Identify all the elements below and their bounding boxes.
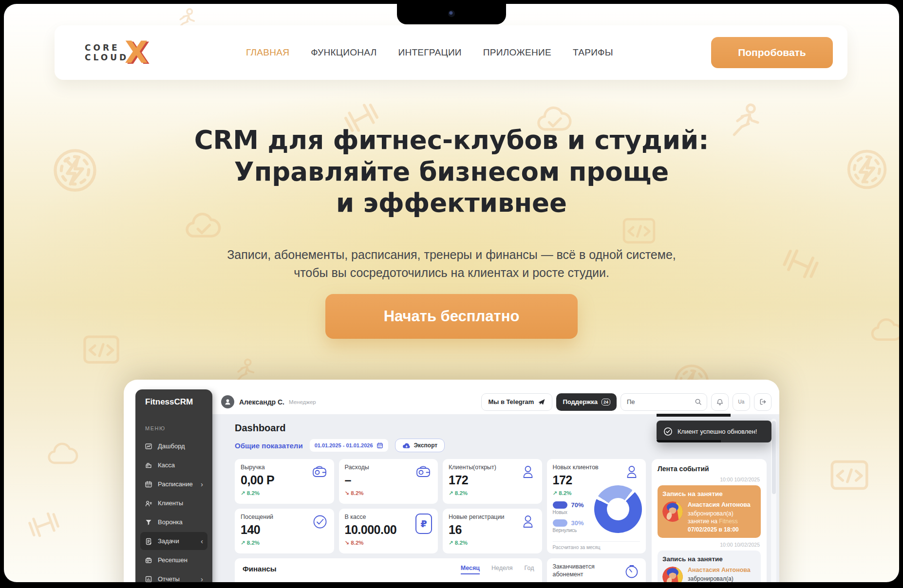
wallet-icon — [414, 464, 432, 481]
user-avatar[interactable] — [221, 395, 234, 408]
stats-grid: Выручка 0,00 Р ↗ 8.2% Расходы – ↘ 8.2% К… — [235, 459, 646, 582]
logo-line2: CLOUD — [85, 53, 129, 62]
hero-subtitle-line2: чтобы вы сосредоточились на клиентах и р… — [4, 264, 899, 282]
hero-subtitle-line1: Записи, абонементы, расписания, тренеры … — [4, 246, 899, 264]
hero-title: CRM для фитнес-клубов и студий: Управляй… — [4, 125, 899, 219]
check-circle-icon — [663, 427, 673, 436]
nav-link-app[interactable]: ПРИЛОЖЕНИЕ — [483, 47, 551, 58]
trend-pct: 8.2% — [455, 540, 468, 546]
stat-title: Новых клиентов — [553, 464, 616, 472]
sidebar-item-cashbox[interactable]: Касса — [140, 456, 207, 474]
avatar — [662, 501, 683, 522]
wallet-icon — [311, 464, 328, 481]
sidebar-item-clients[interactable]: Клиенты — [140, 494, 207, 512]
sidebar-item-label: Задачи — [158, 537, 179, 545]
support-button[interactable]: Поддержка 24 — [556, 393, 617, 411]
scrollbar-thumb[interactable] — [772, 421, 776, 494]
trend-down-icon: ↘ — [345, 540, 350, 546]
chevron-right-icon: › — [201, 480, 203, 488]
stat-card-revenue: Выручка 0,00 Р ↗ 8.2% — [235, 459, 334, 504]
event-target: Fitness — [719, 518, 738, 525]
telegram-button[interactable]: Мы в Telegram — [481, 393, 552, 411]
stat-title: Новые регистрации — [449, 514, 511, 521]
nav-link-integrations[interactable]: ИНТЕГРАЦИИ — [398, 47, 461, 58]
trend-up-icon: ↗ — [241, 490, 245, 496]
events-feed-title: Лента событий — [658, 465, 761, 473]
date-range-picker[interactable]: 01.01.2025 - 01.01.2026 — [310, 439, 388, 452]
logo-line1: CORE — [85, 43, 129, 53]
funnel-icon — [145, 518, 152, 526]
dashboard-sidebar: FitnessCRM МЕНЮ Дашборд Касса Расписание… — [135, 389, 212, 582]
nav-link-features[interactable]: ФУНКЦИОНАЛ — [311, 47, 376, 58]
sidebar-item-label: Расписание — [158, 480, 193, 488]
tab-week[interactable]: Неделя — [491, 565, 513, 574]
main-nav: ГЛАВНАЯ ФУНКЦИОНАЛ ИНТЕГРАЦИИ ПРИЛОЖЕНИЕ… — [246, 47, 613, 58]
dumbbell-icon — [18, 498, 70, 551]
dashboard-scrollbar[interactable] — [771, 419, 776, 582]
date-range-value: 01.01.2025 - 01.01.2026 — [315, 442, 373, 448]
cloud-download-icon — [402, 442, 411, 449]
export-button[interactable]: Экспорт — [395, 439, 445, 452]
hero-subtitle: Записи, абонементы, расписания, тренеры … — [4, 246, 899, 282]
stat-card-registrations: Новые регистрации 16 ↗ 8.2% — [443, 509, 542, 553]
person-icon — [520, 464, 536, 481]
webcam-icon — [448, 10, 455, 17]
finance-header: Финансы Месяц Неделя Год — [243, 565, 534, 574]
menu-section-label: МЕНЮ — [145, 425, 212, 431]
nav-link-home[interactable]: ГЛАВНАЯ — [246, 47, 289, 58]
sidebar-item-reception[interactable]: Ресепшен — [140, 551, 207, 569]
donut-chart — [594, 485, 642, 533]
sidebar-item-label: Отчеты — [158, 575, 180, 582]
event-client-name: Анастасия Антонова — [688, 567, 756, 573]
notifications-button[interactable] — [711, 393, 729, 411]
start-free-button[interactable]: Начать бесплатно — [325, 294, 578, 339]
tasks-icon — [145, 537, 152, 545]
logo-x-mark: X — [125, 39, 148, 66]
sidebar-item-funnel[interactable]: Воронка — [140, 513, 207, 531]
page-background: CORE CLOUD X ГЛАВНАЯ ФУНКЦИОНАЛ ИНТЕГРАЦ… — [4, 4, 899, 582]
sidebar-item-dashboard[interactable]: Дашборд — [140, 437, 207, 455]
calendar-icon — [145, 480, 152, 488]
logout-button[interactable] — [754, 393, 771, 411]
stat-title: Расходы — [345, 464, 408, 472]
support-24-badge: 24 — [602, 399, 610, 405]
event-card-title: Запись на занятие — [662, 555, 756, 563]
finance-tabs: Месяц Неделя Год — [461, 565, 534, 574]
trend-pct: 8.2% — [455, 490, 468, 496]
hero-title-line2: Управляйте бизнесом проще — [4, 156, 899, 188]
logo[interactable]: CORE CLOUD X — [85, 39, 148, 66]
stat-card-new-clients: Новых клиентов 172 ↗ 8.2% 70% Новых 30% … — [547, 459, 646, 553]
dashboard-topbar: Александр С. Менеджер Мы в Telegram Подд… — [212, 389, 779, 415]
sidebar-item-label: Клиенты — [158, 499, 183, 507]
telegram-button-label: Мы в Telegram — [488, 398, 534, 405]
search-icon — [695, 398, 702, 405]
stat-trend: ↗ 8.2% — [449, 490, 536, 496]
user-role: Менеджер — [289, 399, 316, 405]
sidebar-item-tasks[interactable]: Задачи ‹ — [140, 532, 207, 550]
logo-wordmark: CORE CLOUD — [85, 43, 129, 63]
event-body: Анастасия Антонова забронировал(а) занят… — [662, 567, 756, 582]
event-action: забронировал(а) занятие на Fitness — [688, 575, 756, 582]
sidebar-item-schedule[interactable]: Расписание › — [140, 475, 207, 493]
sidebar-item-reports[interactable]: Отчеты › — [140, 570, 207, 582]
calendar-icon — [376, 442, 383, 449]
toast-message: Клиент успешно обновлен! — [677, 428, 757, 435]
tab-year[interactable]: Год — [525, 565, 534, 574]
paper-plane-icon — [538, 398, 546, 406]
search-input[interactable] — [626, 398, 692, 406]
legend-swatch — [553, 501, 567, 509]
dashboard-icon — [145, 442, 152, 450]
dashboard-content: Выручка 0,00 Р ↗ 8.2% Расходы – ↘ 8.2% К… — [235, 459, 767, 582]
try-button[interactable]: Попробовать — [711, 37, 833, 68]
avatar — [662, 567, 683, 582]
event-action: забронировал(а) занятие на Fitness — [688, 510, 756, 525]
nav-link-pricing[interactable]: ТАРИФЫ — [573, 47, 613, 58]
stat-card-clients-open: Клиенты(открыт) 172 ↗ 8.2% — [443, 459, 542, 504]
reports-icon — [145, 575, 152, 583]
language-button[interactable]: Ua — [733, 393, 750, 411]
tab-month[interactable]: Месяц — [461, 565, 480, 574]
logout-icon — [759, 398, 767, 405]
previous-toast-remnant — [657, 414, 731, 417]
success-toast: Клиент успешно обновлен! — [657, 421, 771, 442]
stat-trend: ↘ 8.2% — [345, 539, 433, 546]
